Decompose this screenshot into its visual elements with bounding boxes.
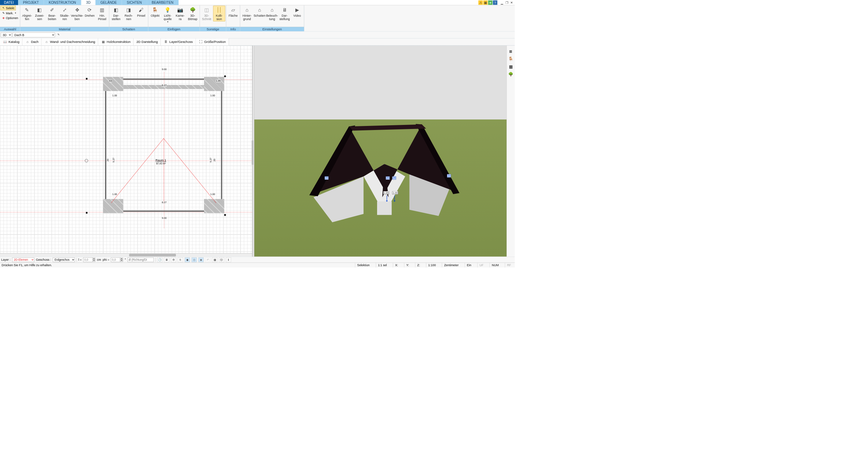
status-scale: 1:100 bbox=[426, 263, 438, 268]
minimize-icon[interactable]: ▁ bbox=[500, 0, 504, 5]
menu-datei[interactable]: DATEI bbox=[0, 0, 18, 5]
beleuchtung-button[interactable]: ⌂Beleuch- tung bbox=[266, 6, 278, 21]
skalieren-button[interactable]: ⤢Skalie- ren bbox=[59, 6, 71, 21]
group-schatten-label: Schatten bbox=[109, 27, 148, 31]
status-unit: Zentimeter bbox=[442, 263, 461, 268]
layer-select[interactable]: Dach B bbox=[13, 32, 55, 37]
status-rf: RF bbox=[505, 263, 513, 268]
bearbeiten-button[interactable]: ✐Bear- beiten bbox=[46, 6, 58, 21]
copy-icon[interactable]: ⎘ bbox=[178, 257, 183, 262]
plants-panel-icon[interactable]: 🌳 bbox=[508, 71, 514, 77]
layer-bottom-select[interactable]: 2D-Elemen bbox=[12, 257, 34, 262]
3d-bitmap-button[interactable]: 🌳3D- Bitmap bbox=[187, 6, 199, 21]
snap3-icon[interactable]: ◈ bbox=[198, 257, 203, 262]
wood-icon: ▦ bbox=[101, 40, 106, 44]
info-small-icon[interactable]: ℹ bbox=[226, 257, 231, 262]
menu-3d[interactable]: 3D bbox=[81, 0, 96, 5]
schatten-pinsel-button[interactable]: 🖌Pinsel bbox=[135, 6, 148, 21]
kollision-button[interactable]: ⎮⎮Kolli- sion bbox=[213, 6, 226, 21]
schatten-setting-button[interactable]: ⌂Schatten bbox=[253, 6, 266, 21]
video-button[interactable]: ▶Video bbox=[291, 6, 303, 21]
layers-panel-icon[interactable]: ≣ bbox=[508, 48, 514, 54]
view-mode-select[interactable]: 3D bbox=[1, 32, 12, 37]
hintergrund-button[interactable]: ⌂Hinter- grund bbox=[241, 6, 253, 21]
menu-projekt[interactable]: PROJEKT bbox=[18, 0, 44, 5]
geschoss-select[interactable]: Erdgeschos bbox=[53, 257, 75, 262]
cubes-icon[interactable]: ⚙ bbox=[171, 257, 176, 262]
restore-icon[interactable]: ❐ bbox=[505, 0, 509, 5]
tab-2d-darstellung[interactable]: 2D Darstellung bbox=[134, 38, 161, 46]
tab-groesse-position[interactable]: ⛶Größe/Position bbox=[196, 38, 229, 46]
grid-toggle-icon[interactable]: ▦ bbox=[212, 257, 217, 262]
darstellung-button[interactable]: 🖥Dar- stellung bbox=[279, 6, 291, 21]
dim-corner-20-b: 20 bbox=[213, 159, 216, 162]
phi-input[interactable] bbox=[111, 257, 120, 262]
context-bar: 3D Dach B ✎ bbox=[0, 32, 515, 38]
view-3d[interactable]: 20 20 20 20 1.00 1.00 ≣ 🪑 ▦ 🌳 bbox=[254, 46, 515, 257]
group-sonstige-label: Sonstige bbox=[200, 27, 226, 31]
dl-input[interactable] bbox=[127, 257, 154, 262]
schatten-rechnen-button[interactable]: ◨Rech- nen bbox=[123, 6, 135, 21]
dim-bottom-inner: 8.27 bbox=[161, 201, 167, 204]
menu-sichten[interactable]: SICHTEN bbox=[122, 0, 147, 5]
l-input[interactable] bbox=[83, 257, 92, 262]
section-icon: ◫ bbox=[203, 7, 210, 13]
north-icon[interactable]: Ⓝ bbox=[219, 257, 224, 262]
icon-box[interactable]: ▦ bbox=[483, 0, 487, 5]
tab-layer-geschoss[interactable]: ≣Layer/Geschoss bbox=[161, 38, 196, 46]
snap2-icon[interactable]: ◇ bbox=[191, 257, 197, 262]
snap-icon[interactable]: ◆ bbox=[185, 257, 190, 262]
pen-icon[interactable]: ✎ bbox=[56, 32, 62, 38]
view-2d[interactable]: 9.00 8.27 8.27 9.00 1.00 1.00 1.00 1.00 … bbox=[0, 46, 252, 257]
menu-bearbeiten[interactable]: BEARBEITEN bbox=[147, 0, 179, 5]
dim-bottom-width: 9.00 bbox=[161, 217, 167, 220]
hscrollbar-2d[interactable] bbox=[0, 253, 252, 256]
tab-holz[interactable]: ▦Holzkonstruktion bbox=[98, 38, 134, 46]
edit-icon: ✐ bbox=[49, 7, 55, 13]
zuweisen-button[interactable]: ◧Zuwei- sen bbox=[33, 6, 46, 21]
tab-dach[interactable]: ⌂Dach bbox=[22, 38, 42, 46]
geschoss-label: Geschoss : bbox=[36, 258, 51, 261]
collision-icon: ⎮⎮ bbox=[216, 7, 222, 13]
tab-katalog[interactable]: 📖Katalog bbox=[0, 38, 22, 46]
kamera-button[interactable]: 📷Kame- ra bbox=[174, 6, 186, 21]
flaeche-button[interactable]: ▱Fläche bbox=[227, 6, 239, 21]
schatten-darstellen-button[interactable]: ◧Dar- stellen bbox=[110, 6, 122, 21]
icon-attention[interactable]: ⚠ bbox=[478, 0, 483, 5]
marker-20-c2: 20 bbox=[392, 176, 396, 179]
verschieben-button[interactable]: ✥Verschie- ben bbox=[71, 6, 83, 21]
select-button[interactable]: ↖Selekt bbox=[0, 6, 16, 11]
3d-schnitt-button[interactable]: ◫3D- Schnitt bbox=[201, 6, 213, 21]
room-name: Raum 1 87,43 m² bbox=[156, 159, 166, 165]
book-icon: 📖 bbox=[3, 40, 7, 44]
materials-panel-icon[interactable]: ▦ bbox=[508, 64, 514, 69]
close-icon[interactable]: ✕ bbox=[510, 0, 514, 5]
vscrollbar-2d[interactable] bbox=[252, 141, 253, 165]
phi-down[interactable]: ▼ bbox=[120, 260, 123, 262]
lichtquelle-button[interactable]: 💡Licht- quelle▾ bbox=[161, 6, 174, 24]
clock-icon[interactable]: 🕒 bbox=[157, 257, 162, 262]
wall-roof-icon: ⌂ bbox=[44, 40, 49, 44]
dim-h-br: 1.00 bbox=[210, 193, 215, 196]
icon-arrow[interactable]: ➔ bbox=[488, 0, 493, 5]
furniture-panel-icon[interactable]: 🪑 bbox=[508, 56, 514, 62]
calc-icon: ◨ bbox=[125, 7, 132, 13]
help-icon[interactable]: ? bbox=[493, 0, 497, 5]
hinpinsel-button[interactable]: ▥Hin. Pinsel bbox=[96, 6, 108, 21]
options-button[interactable]: ✚Optionen bbox=[0, 16, 19, 20]
menu-gelaende[interactable]: GELÄNDE bbox=[95, 0, 122, 5]
tab-wand-dach[interactable]: ⌂Wand- und Dachverschneidung bbox=[42, 38, 98, 46]
monitor-small-icon[interactable]: 🖥 bbox=[164, 257, 169, 262]
house-3d-render bbox=[280, 109, 489, 236]
marker-20-c1: 20 bbox=[386, 176, 389, 179]
roof-icon: ⌂ bbox=[25, 40, 30, 44]
mark-button[interactable]: ✎Mark.▾ bbox=[0, 11, 17, 15]
drehen-button[interactable]: ⟳Drehen bbox=[83, 6, 96, 21]
l-down[interactable]: ▼ bbox=[93, 260, 95, 262]
objekt-button[interactable]: 🪑Objekt bbox=[149, 6, 161, 21]
house-bg-icon: ⌂ bbox=[244, 7, 250, 13]
abgreifen-button[interactable]: ✎Abgrei- fen bbox=[21, 6, 33, 21]
chair-icon: 🪑 bbox=[152, 7, 158, 13]
undo-icon[interactable]: ↶ bbox=[205, 257, 211, 262]
menu-konstruktion[interactable]: KONSTRUKTION bbox=[44, 0, 81, 5]
